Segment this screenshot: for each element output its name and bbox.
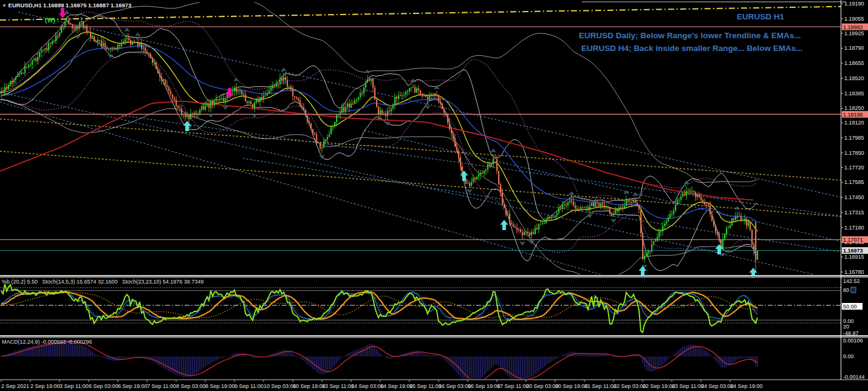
signal-arrows[interactable]: [59, 8, 757, 278]
svg-text:3 Sep 11:00: 3 Sep 11:00: [60, 383, 89, 389]
svg-text:1.18520: 1.18520: [844, 75, 864, 81]
svg-text:1.16915: 1.16915: [844, 254, 864, 260]
svg-text:1.18925: 1.18925: [844, 30, 864, 36]
svg-text:1.17315: 1.17315: [844, 209, 864, 216]
svg-text:16 Sep 19:00: 16 Sep 19:00: [468, 383, 501, 389]
svg-text:17 Sep 11:00: 17 Sep 11:00: [497, 383, 529, 389]
svg-text:1.19190: 1.19190: [844, 1, 864, 7]
svg-text:6 Sep 03:00: 6 Sep 03:00: [89, 383, 118, 389]
svg-text:1.18655: 1.18655: [844, 60, 864, 66]
svg-text:0.00106: 0.00106: [843, 338, 863, 344]
svg-text:1.17850: 1.17850: [844, 150, 864, 156]
svg-text:21 Sep 11:00: 21 Sep 11:00: [584, 383, 617, 389]
svg-text:8 Sep 03:00: 8 Sep 03:00: [176, 383, 206, 389]
svg-text:-0.00144: -0.00144: [843, 374, 865, 380]
fractals-layer: [64, 11, 740, 268]
svg-text:20: 20: [843, 324, 849, 330]
svg-text:14 Sep 03:00: 14 Sep 03:00: [351, 383, 384, 389]
svg-text:20 Sep 03:00: 20 Sep 03:00: [526, 383, 559, 389]
svg-text:8 Sep 19:00: 8 Sep 19:00: [205, 383, 235, 389]
chart-canvas[interactable]: 1.191901.190551.189251.187901.186551.185…: [0, 0, 868, 391]
buy-arrow[interactable]: [460, 171, 468, 181]
svg-text:6 Sep 19:00: 6 Sep 19:00: [118, 383, 148, 389]
price-axis[interactable]: 1.191901.190551.189251.187901.186551.185…: [841, 1, 868, 275]
svg-text:2 Sep 19:00: 2 Sep 19:00: [30, 383, 60, 389]
svg-text:1.18790: 1.18790: [844, 45, 864, 51]
svg-text:24 Sep 03:00: 24 Sep 03:00: [701, 383, 734, 389]
svg-text:1.16780: 1.16780: [844, 269, 864, 275]
svg-text:1.17071: 1.17071: [843, 237, 863, 243]
svg-text:7 Sep 11:00: 7 Sep 11:00: [147, 383, 176, 389]
ema-200-red: [0, 101, 753, 200]
svg-text:50.00: 50.00: [843, 304, 857, 310]
macd-layer: [1, 340, 757, 385]
svg-text:-48.97: -48.97: [843, 330, 859, 336]
buy-arrow[interactable]: [501, 220, 508, 230]
svg-text:1.16973: 1.16973: [843, 248, 863, 254]
buy-arrow[interactable]: [639, 266, 647, 276]
oscillator-axis[interactable]: 142.528050.000.0020-48.97: [842, 278, 863, 336]
svg-text:24 Sep 19:00: 24 Sep 19:00: [730, 383, 763, 389]
svg-text:23 Sep 11:00: 23 Sep 11:00: [672, 383, 704, 389]
svg-text:10 Sep 03:00: 10 Sep 03:00: [264, 383, 296, 389]
svg-text:1.18250: 1.18250: [844, 105, 864, 111]
stochastic-lines: [1, 284, 757, 333]
svg-text:1.17985: 1.17985: [844, 135, 864, 141]
svg-text:22 Sep 19:00: 22 Sep 19:00: [643, 383, 675, 389]
macd-axis[interactable]: 0.001060.00-0.00144: [843, 338, 865, 380]
svg-text:142.52: 142.52: [843, 278, 860, 284]
svg-text:1.17180: 1.17180: [844, 225, 864, 231]
svg-text:14 Sep 19:00: 14 Sep 19:00: [380, 383, 413, 389]
svg-text:1.17450: 1.17450: [844, 194, 864, 200]
svg-text:9 Sep 11:00: 9 Sep 11:00: [234, 383, 264, 389]
pane-separator[interactable]: [0, 275, 868, 278]
horizontal-levels[interactable]: [0, 27, 841, 251]
svg-text:1.18982: 1.18982: [843, 24, 863, 30]
svg-text:2 Sep 2021: 2 Sep 2021: [1, 383, 29, 389]
chart-window: 1.191901.190551.189251.187901.186551.185…: [0, 0, 868, 391]
svg-text:13 Sep 11:00: 13 Sep 11:00: [322, 383, 354, 389]
svg-text:1.18196: 1.18196: [843, 112, 863, 118]
svg-text:1.17585: 1.17585: [844, 179, 864, 185]
time-axis[interactable]: 2 Sep 20212 Sep 19:003 Sep 11:006 Sep 03…: [1, 380, 763, 390]
svg-text:80: 80: [843, 287, 849, 293]
svg-text:1.18385: 1.18385: [844, 90, 864, 97]
svg-text:20 Sep 19:00: 20 Sep 19:00: [555, 383, 588, 389]
svg-text:1.18120: 1.18120: [844, 120, 864, 126]
svg-text:10 Sep 19:00: 10 Sep 19:00: [293, 383, 326, 389]
svg-text:0.00: 0.00: [843, 353, 854, 359]
svg-text:15 Sep 11:00: 15 Sep 11:00: [409, 383, 442, 389]
svg-text:1.17720: 1.17720: [844, 165, 864, 171]
svg-text:22 Sep 03:00: 22 Sep 03:00: [613, 383, 646, 389]
svg-text:16 Sep 03:00: 16 Sep 03:00: [439, 383, 471, 389]
pane-separator[interactable]: [0, 335, 868, 338]
svg-text:1.19055: 1.19055: [844, 16, 864, 22]
